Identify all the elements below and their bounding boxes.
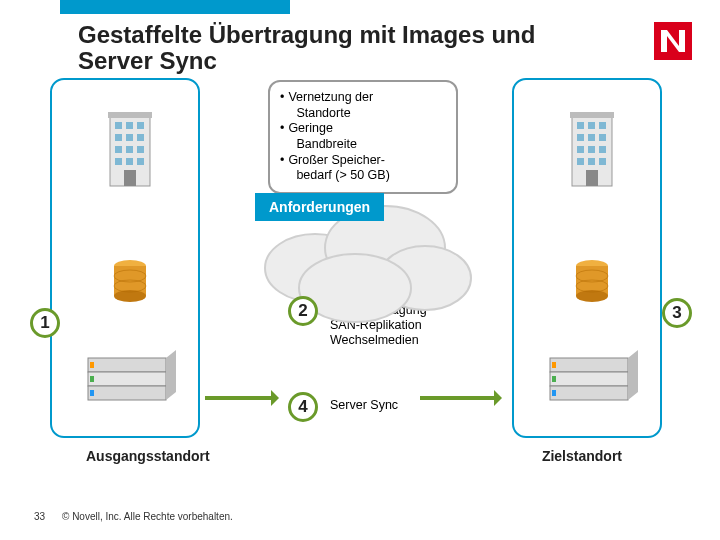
req-line: bedarf (> 50 GB) [296,168,389,182]
svg-rect-42 [599,158,606,165]
target-site-box [512,78,662,438]
step-badge-4: 4 [288,392,318,422]
req-line: Standorte [296,106,350,120]
svg-rect-50 [550,372,628,386]
svg-rect-27 [90,376,94,382]
title-line-1: Gestaffelte Übertragung mit Images und [78,21,535,48]
svg-rect-51 [550,386,628,400]
svg-rect-13 [115,158,122,165]
target-site-label: Zielstandort [542,448,622,464]
requirements-callout: •Vernetzung derStandorte •GeringeBandbre… [268,80,458,194]
svg-rect-8 [126,134,133,141]
svg-text:®: ® [688,25,692,36]
svg-rect-35 [588,134,595,141]
svg-rect-40 [577,158,584,165]
svg-rect-10 [115,146,122,153]
server-icon [544,340,640,414]
page-title: Gestaffelte Übertragung mit Images und S… [78,22,598,75]
svg-rect-5 [126,122,133,129]
svg-rect-33 [599,122,606,129]
source-site-label: Ausgangsstandort [86,448,210,464]
svg-rect-14 [126,158,133,165]
svg-rect-12 [137,146,144,153]
database-icon [112,258,148,306]
svg-rect-38 [588,146,595,153]
svg-rect-4 [115,122,122,129]
req-line: Großer Speicher- [288,153,385,167]
method-row-4-text: Server Sync [330,398,398,413]
copyright-text: © Novell, Inc. Alle Rechte vorbehalten. [62,511,233,522]
title-line-2: Server Sync [78,47,217,74]
svg-rect-34 [577,134,584,141]
svg-rect-32 [588,122,595,129]
step-badge-2: 2 [288,296,318,326]
svg-rect-54 [552,376,556,382]
arrow-icon [420,396,500,400]
arrow-icon [205,396,277,400]
svg-rect-23 [88,372,166,386]
req-line: Geringe [288,121,332,135]
requirements-tag: Anforderungen [255,193,384,221]
svg-rect-9 [137,134,144,141]
req-line: Vernetzung der [288,90,373,104]
svg-rect-3 [108,112,152,118]
source-site-box [50,78,200,438]
svg-rect-36 [599,134,606,141]
svg-rect-53 [552,362,556,368]
database-icon [574,258,610,306]
svg-rect-55 [552,390,556,396]
novell-logo: ® [654,22,692,60]
page-number: 33 [34,511,45,522]
svg-rect-11 [126,146,133,153]
svg-marker-25 [166,350,176,400]
svg-rect-16 [124,170,136,186]
svg-rect-15 [137,158,144,165]
svg-rect-31 [577,122,584,129]
step-badge-3: 3 [662,298,692,328]
svg-rect-26 [90,362,94,368]
svg-rect-30 [570,112,614,118]
svg-rect-39 [599,146,606,153]
svg-rect-22 [88,358,166,372]
building-icon [564,110,620,196]
svg-rect-41 [588,158,595,165]
svg-rect-6 [137,122,144,129]
method-line: Wechselmedien [330,333,419,347]
header-accent-bar [60,0,290,14]
svg-rect-7 [115,134,122,141]
building-icon [102,110,158,196]
svg-rect-49 [550,358,628,372]
svg-marker-52 [628,350,638,400]
svg-rect-28 [90,390,94,396]
server-icon [82,340,178,414]
svg-rect-43 [586,170,598,186]
step-badge-1: 1 [30,308,60,338]
req-line: Bandbreite [296,137,356,151]
svg-rect-24 [88,386,166,400]
svg-rect-37 [577,146,584,153]
